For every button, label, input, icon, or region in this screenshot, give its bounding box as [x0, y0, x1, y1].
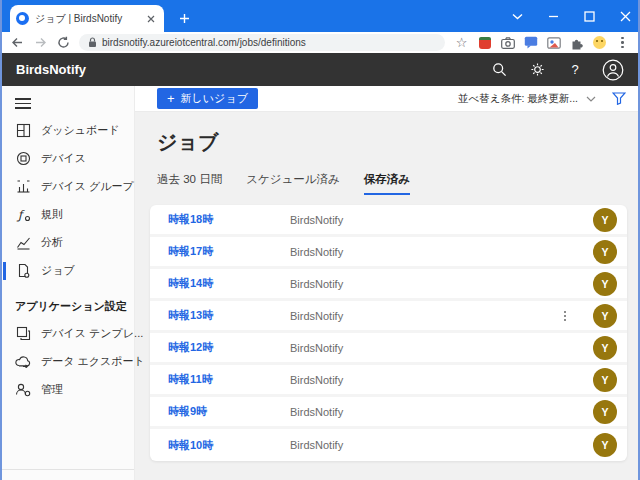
sidebar-collapse-icon[interactable]	[15, 96, 31, 111]
sort-dropdown[interactable]: 並べ替え条件: 最終更新...	[458, 92, 578, 106]
chevron-down-icon[interactable]	[586, 96, 596, 102]
job-owner-avatar[interactable]: Y	[593, 368, 617, 392]
new-job-label: 新しいジョブ	[181, 91, 248, 106]
url-bar[interactable]: birdsnotify.azureiotcentral.com/jobs/def…	[79, 34, 445, 51]
job-owner-avatar[interactable]: Y	[593, 208, 617, 232]
job-owner-avatar[interactable]: Y	[593, 336, 617, 360]
new-job-button[interactable]: + 新しいジョブ	[157, 88, 258, 109]
job-owner-avatar[interactable]: Y	[593, 240, 617, 264]
sidebar-settings-nav: デバイス テンプレ...データ エクスポート管理	[2, 320, 134, 404]
settings-gear-icon[interactable]	[526, 59, 548, 81]
device-icon	[15, 151, 31, 167]
sidebar-item-label: 分析	[41, 235, 63, 250]
refresh-icon[interactable]	[56, 36, 70, 50]
job-owner-avatar[interactable]: Y	[593, 400, 617, 424]
job-name-link[interactable]: 時報17時	[168, 244, 290, 259]
bookmark-star-icon[interactable]: ☆	[454, 35, 469, 50]
job-name-link[interactable]: 時報13時	[168, 308, 290, 323]
sidebar-item-規則[interactable]: ƒ規則	[2, 201, 134, 229]
window-minimize-icon[interactable]	[546, 9, 560, 23]
tab-スケジュール済み[interactable]: スケジュール済み	[246, 172, 340, 195]
job-name-link[interactable]: 時報18時	[168, 212, 290, 227]
app-header: BirdsNotify ?	[2, 53, 638, 86]
page-title: ジョブ	[157, 129, 638, 156]
tab-保存済み[interactable]: 保存済み	[364, 172, 410, 195]
new-tab-button[interactable]	[174, 8, 194, 28]
browser-titlebar: ジョブ | BirdsNotify	[2, 0, 638, 32]
job-owner-avatar[interactable]: Y	[593, 433, 617, 457]
job-name-link[interactable]: 時報14時	[168, 276, 290, 291]
jobs-page: ジョブ 過去 30 日間スケジュール済み保存済み 時報18時BirdsNotif…	[135, 112, 638, 480]
filter-icon[interactable]	[612, 92, 626, 105]
device-group-icon	[15, 179, 31, 195]
forward-icon[interactable]	[33, 36, 47, 50]
row-menu-icon[interactable]	[561, 308, 569, 324]
sidebar-item-分析[interactable]: 分析	[2, 229, 134, 257]
job-app-name: BirdsNotify	[290, 310, 561, 322]
job-row: 時報13時BirdsNotifyY	[150, 301, 627, 333]
svg-text:ƒ: ƒ	[16, 208, 25, 222]
plus-icon: +	[167, 92, 175, 105]
https-lock-icon	[88, 37, 97, 48]
window-menu-chevron-icon[interactable]	[510, 9, 524, 23]
content-toolbar: + 新しいジョブ 並べ替え条件: 最終更新...	[135, 86, 638, 112]
app-title: BirdsNotify	[16, 62, 488, 77]
job-row: 時報17時BirdsNotifyY	[150, 237, 627, 269]
sidebar-item-label: デバイス テンプレ...	[41, 326, 143, 341]
job-row: 時報11時BirdsNotifyY	[150, 365, 627, 397]
job-app-name: BirdsNotify	[290, 278, 593, 290]
sidebar-item-デバイス[interactable]: デバイス	[2, 145, 134, 173]
data-export-icon	[15, 354, 31, 370]
sidebar-item-label: ダッシュボード	[41, 123, 120, 138]
browser-menu-icon[interactable]	[615, 35, 630, 50]
window-maximize-icon[interactable]	[582, 9, 596, 23]
sidebar-item-データ エクスポート[interactable]: データ エクスポート	[2, 348, 134, 376]
job-name-link[interactable]: 時報9時	[168, 404, 290, 419]
sidebar-item-label: 管理	[41, 382, 63, 397]
account-avatar-icon[interactable]	[602, 59, 624, 81]
camera-extension-icon[interactable]	[500, 35, 515, 50]
device-template-icon	[15, 326, 31, 342]
sidebar-item-label: データ エクスポート	[41, 354, 145, 369]
job-name-link[interactable]: 時報12時	[168, 340, 290, 355]
sidebar-item-デバイス グループ[interactable]: デバイス グループ	[2, 173, 134, 201]
job-row: 時報14時BirdsNotifyY	[150, 269, 627, 301]
extensions-puzzle-icon[interactable]	[569, 35, 584, 50]
iot-central-favicon	[16, 12, 29, 25]
sidebar: ダッシュボードデバイスデバイス グループƒ規則分析ジョブ アプリケーション設定 …	[2, 86, 135, 480]
jobs-icon	[15, 263, 31, 279]
sidebar-item-ジョブ[interactable]: ジョブ	[2, 257, 134, 285]
browser-tab[interactable]: ジョブ | BirdsNotify	[10, 5, 164, 32]
job-app-name: BirdsNotify	[290, 374, 593, 386]
job-name-link[interactable]: 時報10時	[168, 438, 290, 453]
sidebar-item-管理[interactable]: 管理	[2, 376, 134, 404]
admin-icon	[15, 382, 31, 398]
dashboard-icon	[15, 123, 31, 139]
sidebar-item-ダッシュボード[interactable]: ダッシュボード	[2, 117, 134, 145]
tab-過去 30 日間[interactable]: 過去 30 日間	[157, 172, 222, 195]
sidebar-item-デバイス テンプレ...[interactable]: デバイス テンプレ...	[2, 320, 134, 348]
screenshot-extension-icon[interactable]	[546, 35, 561, 50]
profile-avatar-icon[interactable]	[592, 35, 607, 50]
job-name-link[interactable]: 時報11時	[168, 372, 290, 387]
window-close-icon[interactable]	[618, 9, 632, 23]
job-app-name: BirdsNotify	[290, 406, 593, 418]
chat-extension-icon[interactable]	[523, 35, 538, 50]
job-row: 時報12時BirdsNotifyY	[150, 333, 627, 365]
analytics-icon	[15, 235, 31, 251]
browser-toolbar: birdsnotify.azureiotcentral.com/jobs/def…	[2, 32, 638, 53]
job-owner-avatar[interactable]: Y	[593, 272, 617, 296]
job-app-name: BirdsNotify	[290, 342, 593, 354]
job-app-name: BirdsNotify	[290, 246, 593, 258]
job-app-name: BirdsNotify	[290, 439, 593, 451]
job-row: 時報18時BirdsNotifyY	[150, 205, 627, 237]
jobs-tabs: 過去 30 日間スケジュール済み保存済み	[157, 172, 638, 195]
tab-close-icon[interactable]	[144, 12, 158, 26]
job-row: 時報10時BirdsNotifyY	[150, 429, 627, 461]
search-icon[interactable]	[488, 59, 510, 81]
job-owner-avatar[interactable]: Y	[593, 304, 617, 328]
back-icon[interactable]	[10, 36, 24, 50]
url-text: birdsnotify.azureiotcentral.com/jobs/def…	[102, 37, 306, 48]
help-icon[interactable]: ?	[564, 59, 586, 81]
adblock-extension-icon[interactable]	[477, 35, 492, 50]
